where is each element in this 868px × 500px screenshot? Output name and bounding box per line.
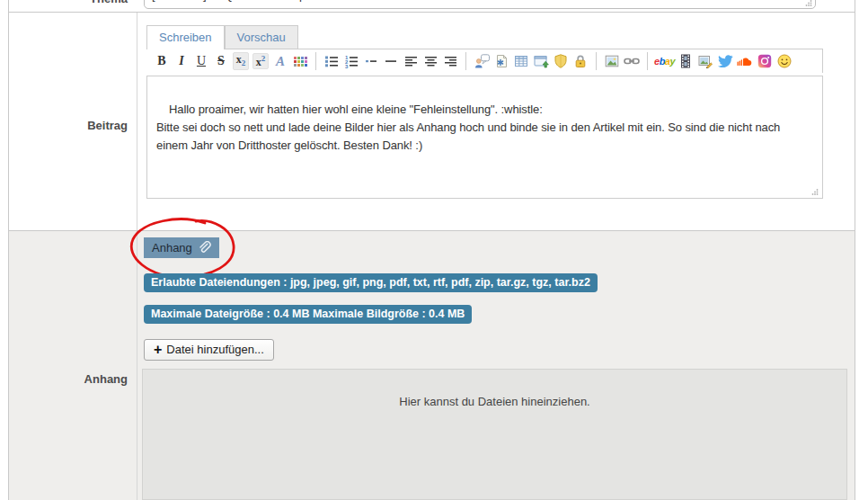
link-icon[interactable] xyxy=(623,51,641,71)
post-editor-page: Thema Beitrag Schreiben Vorschau BIUSx2x… xyxy=(0,0,868,500)
align-left-icon[interactable] xyxy=(402,51,420,71)
allowed-extensions-badge: Erlaubte Dateiendungen : jpg, jpeg, gif,… xyxy=(144,273,598,292)
bold-icon[interactable]: B xyxy=(153,51,171,71)
list-ol-icon[interactable]: 123 xyxy=(342,51,360,71)
post-text: Hallo proaimer, wir hatten hier wohl ein… xyxy=(156,103,784,152)
code-icon[interactable] xyxy=(492,51,510,71)
instagram-icon[interactable] xyxy=(756,51,774,71)
anhang-label: Anhang xyxy=(9,372,128,386)
outdent-icon[interactable] xyxy=(362,51,380,71)
image-icon[interactable] xyxy=(603,51,621,71)
toolbar-separator xyxy=(647,52,648,70)
smiley-icon[interactable] xyxy=(775,51,793,71)
toolbar-separator xyxy=(315,52,316,70)
paperclip-icon xyxy=(198,241,211,254)
table-border-right xyxy=(855,0,855,500)
tab-vorschau[interactable]: Vorschau xyxy=(225,25,298,49)
superscript-icon[interactable]: x2 xyxy=(252,51,270,71)
add-file-button[interactable]: + Datei hinzufügen... xyxy=(144,339,274,361)
shield-icon[interactable] xyxy=(552,51,570,71)
row-divider-anhang xyxy=(8,230,855,231)
font-color-icon[interactable]: A xyxy=(271,51,289,71)
media-icon[interactable] xyxy=(696,51,714,71)
twitter-icon[interactable] xyxy=(716,51,734,71)
subscript-icon[interactable]: x2 xyxy=(232,51,250,71)
film-icon[interactable] xyxy=(677,51,695,71)
thema-label: Thema xyxy=(9,0,128,5)
tab-schreiben[interactable]: Schreiben xyxy=(146,25,225,49)
resize-grip-icon[interactable] xyxy=(810,187,819,195)
table-icon[interactable] xyxy=(512,51,530,71)
color-palette-icon[interactable] xyxy=(291,51,309,71)
post-textarea[interactable]: Hallo proaimer, wir hatten hier wohl ein… xyxy=(146,76,823,199)
soundcloud-icon[interactable] xyxy=(736,51,754,71)
align-right-icon[interactable] xyxy=(441,51,459,71)
list-ul-icon[interactable] xyxy=(323,51,341,71)
toolbar-separator xyxy=(465,52,466,70)
max-size-badge: Maximale Dateigröße : 0.4 MB Maximale Bi… xyxy=(144,305,472,324)
thema-input-wrap xyxy=(144,0,816,9)
drop-hint: Hier kannst du Dateien hineinziehen. xyxy=(399,395,589,408)
underline-icon[interactable]: U xyxy=(192,51,210,71)
attachment-toggle-label: Anhang xyxy=(152,241,192,254)
thema-input[interactable] xyxy=(144,0,816,9)
align-center-icon[interactable] xyxy=(421,51,439,71)
quote-icon[interactable] xyxy=(473,51,491,71)
attachment-toggle-button[interactable]: Anhang xyxy=(144,237,219,258)
editor-tabbar: Schreiben Vorschau xyxy=(146,25,823,49)
table-border-left xyxy=(8,0,9,500)
horizontal-rule-icon[interactable] xyxy=(382,51,400,71)
label-column-divider xyxy=(137,12,137,500)
ebay-icon[interactable]: ebay xyxy=(654,51,675,71)
resize-grip-icon[interactable] xyxy=(804,0,812,6)
plus-icon: + xyxy=(154,344,162,354)
file-drop-area[interactable]: Hier kannst du Dateien hineinziehen. xyxy=(142,369,847,500)
lock-icon[interactable] xyxy=(571,51,589,71)
svg-text:3: 3 xyxy=(345,64,349,68)
add-file-label: Datei hinzufügen... xyxy=(166,343,263,356)
strikethrough-icon[interactable]: S xyxy=(212,51,230,71)
beitrag-label: Beitrag xyxy=(9,119,128,132)
row-divider-thema xyxy=(8,12,855,13)
toolbar-separator xyxy=(596,52,597,70)
italic-icon[interactable]: I xyxy=(173,51,190,71)
spoiler-icon[interactable] xyxy=(532,51,550,71)
editor-toolbar: BIUSx2x2A123ebay xyxy=(146,49,823,73)
